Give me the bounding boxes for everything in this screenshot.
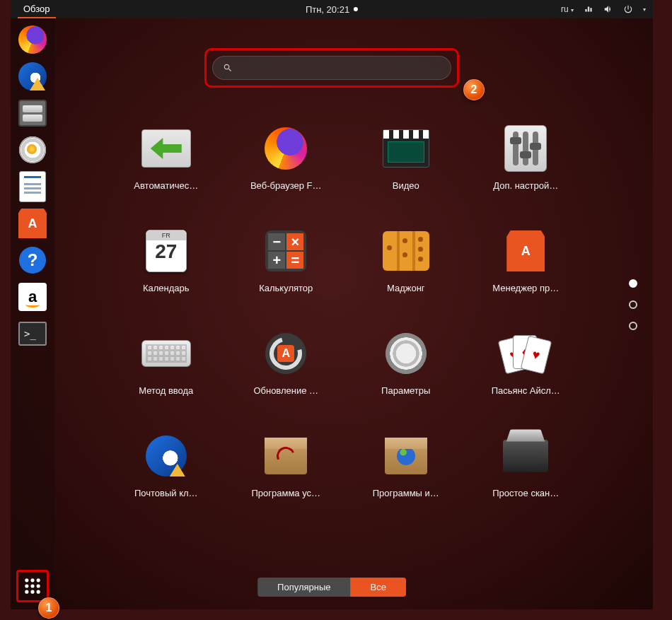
page-dot-2[interactable] bbox=[629, 300, 637, 309]
dock-firefox[interactable] bbox=[17, 24, 48, 55]
dock: A ? a >_ bbox=[11, 18, 54, 609]
show-applications-button[interactable] bbox=[16, 570, 49, 602]
dock-thunderbird[interactable] bbox=[17, 61, 48, 92]
app-calculator[interactable]: −×+=Калькулятор bbox=[237, 226, 336, 293]
svg-point-0 bbox=[25, 578, 28, 582]
all-tab[interactable]: Все bbox=[351, 578, 406, 597]
svg-point-6 bbox=[25, 590, 28, 594]
app-label: Программы и… bbox=[373, 488, 439, 498]
dock-help[interactable]: ? bbox=[17, 245, 48, 276]
app-mahjongg[interactable]: Маджонг bbox=[357, 226, 456, 293]
app-label: Обновление … bbox=[253, 385, 318, 396]
app-software-properties[interactable]: Программы и… bbox=[357, 431, 456, 498]
calendar-day: 27 bbox=[146, 240, 186, 263]
svg-point-5 bbox=[37, 584, 40, 587]
search-bar[interactable] bbox=[212, 56, 451, 80]
page-dot-3[interactable] bbox=[629, 322, 637, 330]
activities-button[interactable]: Обзор bbox=[18, 1, 56, 18]
dock-rhythmbox[interactable] bbox=[17, 134, 48, 165]
keyboard-layout[interactable]: ru ▾ bbox=[561, 4, 574, 14]
system-tray: ru ▾ ▾ bbox=[561, 4, 646, 14]
app-label: Доп. настрой… bbox=[493, 180, 558, 191]
volume-icon[interactable] bbox=[603, 4, 613, 14]
app-label: Простое скан… bbox=[492, 488, 559, 498]
svg-point-2 bbox=[37, 578, 40, 582]
app-tweaks[interactable]: Доп. настрой… bbox=[477, 124, 576, 191]
app-label: Автоматичес… bbox=[134, 180, 198, 191]
power-icon[interactable] bbox=[623, 4, 633, 14]
app-mail[interactable]: Почтовый кл… bbox=[117, 431, 216, 498]
frequent-tab[interactable]: Популярные bbox=[257, 578, 350, 597]
app-calendar[interactable]: FR27Календарь bbox=[117, 226, 216, 293]
app-simple-scan[interactable]: Простое скан… bbox=[477, 431, 576, 498]
applications-grid: Автоматичес… Веб-браузер F… Видео Доп. н… bbox=[117, 124, 575, 498]
svg-point-3 bbox=[25, 584, 28, 587]
app-label: Программа ус… bbox=[251, 488, 320, 498]
clock[interactable]: Птн, 20:21 bbox=[306, 4, 358, 15]
search-input[interactable] bbox=[240, 62, 441, 74]
app-label: Пасьянс Айсл… bbox=[492, 385, 560, 396]
app-label: Метод ввода bbox=[139, 385, 193, 396]
dock-software[interactable]: A bbox=[17, 208, 48, 239]
app-auto-updates[interactable]: Автоматичес… bbox=[117, 124, 216, 191]
app-firefox[interactable]: Веб-браузер F… bbox=[237, 124, 336, 191]
page-indicator bbox=[629, 279, 637, 330]
app-label: Маджонг bbox=[387, 283, 425, 293]
top-bar: Обзор Птн, 20:21 ru ▾ ▾ bbox=[11, 0, 653, 18]
app-settings[interactable]: Параметры bbox=[357, 329, 456, 396]
dock-writer[interactable] bbox=[17, 171, 48, 202]
svg-point-4 bbox=[30, 584, 34, 587]
annotation-badge-1: 1 bbox=[38, 597, 59, 619]
dock-amazon[interactable]: a bbox=[17, 281, 48, 312]
apps-grid-icon bbox=[23, 576, 42, 596]
search-highlight bbox=[204, 48, 459, 88]
app-label: Параметры bbox=[381, 385, 430, 396]
app-input-method[interactable]: Метод ввода bbox=[117, 329, 216, 396]
calendar-weekday: FR bbox=[146, 230, 186, 240]
dock-files[interactable] bbox=[17, 98, 48, 129]
app-software[interactable]: AМенеджер пр… bbox=[477, 226, 576, 293]
search-icon bbox=[223, 63, 233, 73]
app-label: Менеджер пр… bbox=[492, 283, 559, 293]
svg-point-1 bbox=[30, 578, 34, 582]
app-aisleriot[interactable]: ♥♦♥Пасьянс Айсл… bbox=[477, 329, 576, 396]
app-label: Веб-браузер F… bbox=[250, 180, 322, 191]
app-label: Видео bbox=[393, 180, 419, 191]
dock-terminal[interactable]: >_ bbox=[17, 318, 48, 349]
view-toggle: Популярные Все bbox=[257, 578, 406, 597]
annotation-badge-2: 2 bbox=[463, 79, 485, 100]
notification-dot-icon bbox=[354, 7, 358, 11]
clock-label: Птн, 20:21 bbox=[306, 4, 349, 15]
app-updater[interactable]: AОбновление … bbox=[237, 329, 336, 396]
app-videos[interactable]: Видео bbox=[357, 124, 456, 191]
app-installer[interactable]: Программа ус… bbox=[237, 431, 336, 498]
page-dot-1[interactable] bbox=[629, 279, 637, 288]
chevron-down-icon[interactable]: ▾ bbox=[643, 6, 646, 13]
network-icon[interactable] bbox=[584, 4, 593, 14]
svg-point-7 bbox=[30, 590, 34, 594]
svg-point-8 bbox=[37, 590, 40, 594]
app-label: Калькулятор bbox=[259, 283, 313, 293]
app-label: Календарь bbox=[143, 283, 190, 293]
app-label: Почтовый кл… bbox=[134, 488, 198, 498]
